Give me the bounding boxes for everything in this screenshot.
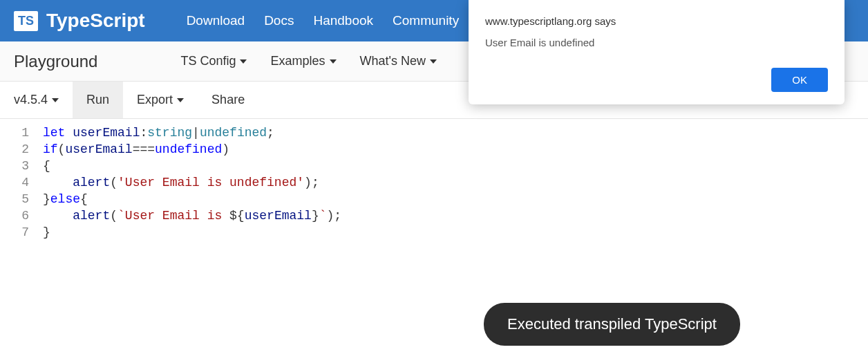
line-number: 5 bbox=[0, 191, 29, 207]
code-editor[interactable]: 1234567 let userEmail:string|undefined;i… bbox=[0, 119, 868, 241]
export-dropdown[interactable]: Export bbox=[123, 82, 198, 118]
alert-ok-button[interactable]: OK bbox=[771, 68, 828, 92]
code-line[interactable]: { bbox=[43, 158, 868, 174]
alert-origin: www.typescriptlang.org says bbox=[485, 15, 828, 27]
sub-nav-items: TS Config Examples What's New bbox=[180, 54, 437, 68]
chevron-down-icon bbox=[240, 59, 247, 64]
nav-docs[interactable]: Docs bbox=[264, 13, 294, 28]
line-number: 2 bbox=[0, 141, 29, 158]
code-area[interactable]: let userEmail:string|undefined;if(userEm… bbox=[43, 124, 868, 241]
page-title: Playground bbox=[14, 52, 97, 71]
nav-handbook[interactable]: Handbook bbox=[313, 13, 373, 28]
code-line[interactable]: let userEmail:string|undefined; bbox=[43, 124, 868, 141]
line-number: 7 bbox=[0, 224, 29, 241]
logo-badge: TS bbox=[14, 11, 38, 31]
line-number: 6 bbox=[0, 207, 29, 224]
alert-message: User Email is undefined bbox=[485, 37, 828, 48]
line-number: 4 bbox=[0, 174, 29, 191]
toast-notification: Executed transpiled TypeScript bbox=[484, 303, 740, 346]
chevron-down-icon bbox=[330, 59, 337, 64]
browser-alert-dialog: www.typescriptlang.org says User Email i… bbox=[469, 0, 845, 104]
whats-new-dropdown[interactable]: What's New bbox=[360, 54, 437, 68]
code-line[interactable]: }else{ bbox=[43, 191, 868, 207]
code-line[interactable]: if(userEmail===undefined) bbox=[43, 141, 868, 158]
logo-text[interactable]: TypeScript bbox=[46, 10, 145, 32]
share-button[interactable]: Share bbox=[198, 82, 258, 118]
code-line[interactable]: } bbox=[43, 224, 868, 241]
examples-dropdown[interactable]: Examples bbox=[270, 54, 336, 68]
line-number: 3 bbox=[0, 158, 29, 174]
ts-config-dropdown[interactable]: TS Config bbox=[180, 54, 247, 68]
line-gutter: 1234567 bbox=[0, 124, 43, 241]
nav-download[interactable]: Download bbox=[187, 13, 245, 28]
line-number: 1 bbox=[0, 124, 29, 141]
nav-links: Download Docs Handbook Community bbox=[187, 13, 460, 28]
code-line[interactable]: alert('User Email is undefined'); bbox=[43, 174, 868, 191]
code-line[interactable]: alert(`User Email is ${userEmail}`); bbox=[43, 207, 868, 224]
version-selector[interactable]: v4.5.4 bbox=[0, 82, 73, 118]
chevron-down-icon bbox=[430, 59, 437, 64]
nav-community[interactable]: Community bbox=[393, 13, 459, 28]
chevron-down-icon bbox=[52, 98, 59, 102]
run-button[interactable]: Run bbox=[73, 82, 123, 118]
chevron-down-icon bbox=[177, 98, 184, 102]
